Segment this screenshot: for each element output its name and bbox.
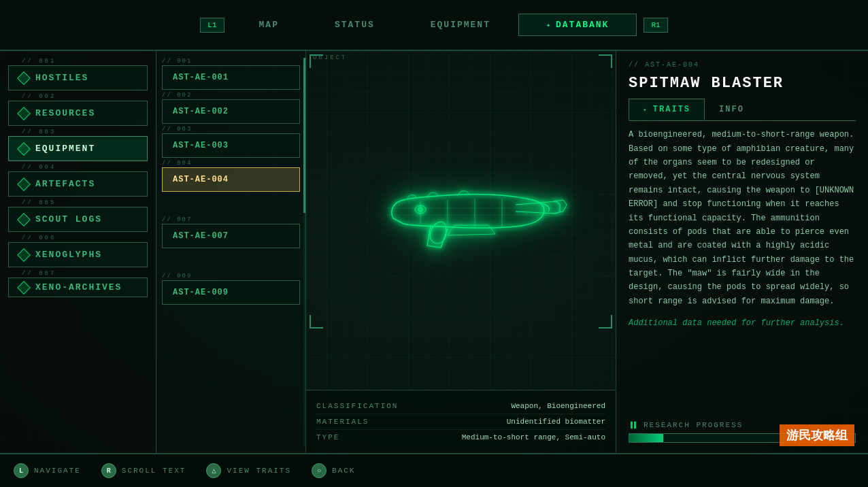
sidebar: // 001 HOSTILES // 002 RESOURCES // 003 … [0, 51, 156, 453]
sidebar-item-number: // 005 [8, 199, 148, 206]
detail-title: SPITMAW BLASTER [629, 75, 856, 92]
back-label: BACK [332, 467, 355, 475]
sidebar-item-equipment[interactable]: // 003 EQUIPMENT [8, 129, 148, 161]
tab-map[interactable]: MAP [231, 14, 307, 36]
back-button-icon[interactable]: ○ [312, 463, 327, 478]
sidebar-btn-artefacts[interactable]: ARTEFACTS [8, 171, 148, 197]
main-layout: // 001 HOSTILES // 002 RESOURCES // 003 … [0, 51, 868, 453]
list-item-number: // 007 [162, 216, 300, 223]
action-view-traits: △ VIEW TRAITS [206, 463, 291, 478]
class-value: Medium-to-short range, Semi-auto [462, 433, 605, 441]
sidebar-btn-resources[interactable]: RESOURCES [8, 101, 148, 126]
sidebar-item-scout-logs[interactable]: // 005 SCOUT LOGS [8, 199, 148, 232]
list-item-number: // 004 [162, 160, 300, 167]
sidebar-btn-xenoglyphs[interactable]: XENOGLYPHS [8, 242, 148, 267]
scroll-button-icon[interactable]: R [101, 463, 116, 478]
list-item-number: // 009 [162, 273, 300, 280]
list-item-004[interactable]: // 004 AST-AE-004 [162, 160, 300, 192]
list-item-number: // 003 [162, 126, 300, 133]
sidebar-item-xeno-archives[interactable]: // 007 XENO-ARCHIVES [8, 270, 148, 297]
list-item-number: // 001 [162, 58, 300, 65]
detail-id: // AST-AE-004 [629, 61, 856, 69]
view-traits-label: VIEW TRAITS [227, 467, 291, 475]
navigate-label: NAVIGATE [34, 467, 81, 475]
action-back: ○ BACK [312, 463, 355, 478]
detail-additional-data: Additional data needed for further analy… [629, 318, 856, 328]
class-label: CLASSIFICATION [316, 402, 398, 410]
sidebar-btn-scout-logs[interactable]: SCOUT LOGS [8, 207, 148, 232]
scroll-thumb [303, 58, 305, 213]
class-row-classification: CLASSIFICATION Weapon, Bioengineered [316, 399, 605, 414]
class-label: TYPE [316, 433, 339, 441]
sidebar-item-xenoglyphs[interactable]: // 006 XENOGLYPHS [8, 235, 148, 267]
class-row-type: TYPE Medium-to-short range, Semi-auto [316, 430, 605, 445]
list-btn-002[interactable]: AST-AE-002 [162, 99, 300, 124]
list-btn-004[interactable]: AST-AE-004 [162, 167, 300, 192]
list-btn-007[interactable]: AST-AE-007 [162, 224, 300, 248]
tab-status[interactable]: STATUS [307, 14, 403, 36]
bracket-bl [310, 315, 323, 329]
classification-area: CLASSIFICATION Weapon, Bioengineered MAT… [306, 390, 616, 453]
weapon-display [352, 161, 570, 269]
scroll-text-label: SCROLL TEXT [122, 467, 186, 475]
scroll-bar[interactable] [303, 58, 305, 446]
sidebar-btn-hostiles[interactable]: HOSTILES [8, 65, 148, 90]
detail-tabs: TRAITS INFO [629, 99, 856, 121]
list-btn-001[interactable]: AST-AE-001 [162, 65, 300, 90]
tab-equipment[interactable]: EQUIPMENT [403, 14, 518, 36]
sidebar-item-number: // 002 [8, 93, 148, 100]
nav-corner-left: L1 [200, 18, 224, 33]
detail-panel: // AST-AE-004 SPITMAW BLASTER TRAITS INF… [616, 51, 868, 453]
tab-databank[interactable]: DATABANK [518, 14, 637, 36]
preview-area: OBJECT [306, 51, 616, 390]
nav-corner-right: R1 [644, 18, 667, 33]
research-bar-fill [629, 434, 663, 442]
bracket-br [599, 315, 612, 329]
class-value: Weapon, Bioengineered [511, 402, 605, 410]
sidebar-btn-equipment[interactable]: EQUIPMENT [8, 136, 148, 161]
action-scroll-text: R SCROLL TEXT [101, 463, 186, 478]
bottom-bar: L NAVIGATE R SCROLL TEXT △ VIEW TRAITS ○… [0, 453, 868, 487]
sidebar-item-hostiles[interactable]: // 001 HOSTILES [8, 58, 148, 90]
list-item-009[interactable]: // 009 AST-AE-009 [162, 273, 300, 305]
watermark: 游民攻略组 [780, 424, 854, 446]
navigate-button-icon[interactable]: L [14, 463, 29, 478]
sidebar-item-number: // 007 [8, 270, 148, 277]
top-nav: L1 MAP STATUS EQUIPMENT DATABANK R1 [0, 0, 868, 51]
view-traits-button-icon[interactable]: △ [206, 463, 221, 478]
list-btn-003[interactable]: AST-AE-003 [162, 133, 300, 158]
list-btn-009[interactable]: AST-AE-009 [162, 280, 300, 305]
sidebar-item-number: // 003 [8, 129, 148, 135]
sidebar-item-number: // 004 [8, 164, 148, 171]
class-label: MATERIALS [316, 418, 369, 426]
bracket-tl [310, 54, 323, 68]
list-item-001[interactable]: // 001 AST-AE-001 [162, 58, 300, 90]
sidebar-item-number: // 001 [8, 58, 148, 65]
tab-info[interactable]: INFO [705, 99, 758, 120]
sidebar-item-artefacts[interactable]: // 004 ARTEFACTS [8, 164, 148, 197]
sidebar-btn-xeno-archives[interactable]: XENO-ARCHIVES [8, 278, 148, 297]
action-navigate: L NAVIGATE [14, 463, 81, 478]
sidebar-item-resources[interactable]: // 002 RESOURCES [8, 93, 148, 126]
list-item-002[interactable]: // 002 AST-AE-002 [162, 92, 300, 124]
sidebar-item-number: // 006 [8, 235, 148, 241]
list-item-007[interactable]: // 007 AST-AE-007 [162, 216, 300, 248]
list-panel: // 001 AST-AE-001 // 002 AST-AE-002 // 0… [156, 51, 306, 453]
class-row-materials: MATERIALS Unidentified biomatter [316, 414, 605, 430]
tab-traits[interactable]: TRAITS [629, 99, 705, 120]
preview-panel: OBJECT [306, 51, 616, 453]
list-item-003[interactable]: // 003 AST-AE-003 [162, 126, 300, 158]
weapon-svg [352, 161, 570, 269]
detail-description: A bioengineered, medium-to-short-range w… [629, 128, 856, 308]
class-value: Unidentified biomatter [507, 418, 605, 426]
list-item-number: // 002 [162, 92, 300, 99]
bracket-tr [599, 54, 612, 68]
